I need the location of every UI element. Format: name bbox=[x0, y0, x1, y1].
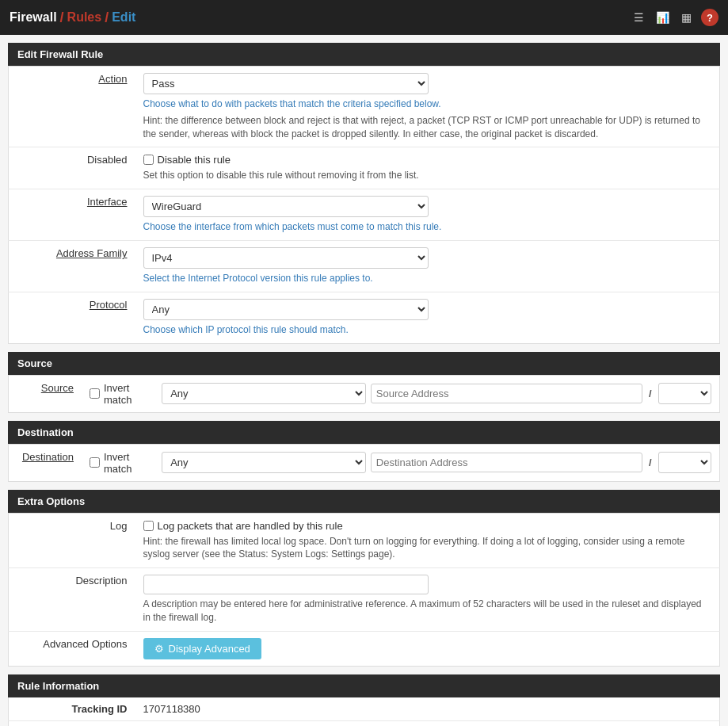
tracking-id-row: Tracking ID 1707118380 bbox=[9, 697, 720, 721]
log-checkbox[interactable] bbox=[143, 521, 154, 531]
rule-info-table: Tracking ID 1707118380 Created 2/5/24 07… bbox=[8, 697, 720, 726]
source-controls: Invert match Any / bbox=[90, 382, 711, 406]
protocol-label-text: Protocol bbox=[90, 299, 128, 311]
section-header-extra: Extra Options bbox=[8, 490, 720, 513]
section-header-rule-info: Rule Information bbox=[8, 674, 720, 697]
display-advanced-label: Display Advanced bbox=[169, 643, 250, 655]
destination-invert-checkbox[interactable] bbox=[90, 457, 100, 468]
description-row: Description A description may be entered… bbox=[9, 568, 720, 632]
destination-controls: Invert match Any / bbox=[90, 451, 711, 475]
source-label: Source bbox=[9, 375, 82, 412]
page-content: Edit Firewall Rule Action Pass Block Rej… bbox=[0, 35, 728, 726]
created-row: Created 2/5/24 07:33:00 by admin@192.168… bbox=[9, 720, 720, 726]
disabled-checkbox-text: Disable this rule bbox=[158, 154, 231, 166]
extra-options-form-table: Log Log packets that are handled by this… bbox=[8, 513, 720, 667]
display-advanced-button[interactable]: Display Advanced bbox=[143, 638, 261, 659]
disabled-help: Set this option to disable this rule wit… bbox=[143, 169, 712, 182]
action-label: Action bbox=[9, 67, 135, 147]
source-slash: / bbox=[647, 388, 654, 399]
source-form-table: Source Invert match Any / bbox=[8, 375, 720, 413]
description-label: Description bbox=[9, 568, 135, 632]
gear-icon bbox=[154, 643, 164, 655]
disabled-checkbox[interactable] bbox=[143, 155, 154, 165]
created-value: 2/5/24 07:33:00 by admin@192.168.20.68 (… bbox=[135, 720, 720, 726]
destination-type-select[interactable]: Any bbox=[162, 452, 366, 473]
protocol-label: Protocol bbox=[9, 292, 135, 343]
log-hint: Hint: the firewall has limited local log… bbox=[143, 535, 712, 562]
destination-address-input[interactable] bbox=[371, 453, 642, 472]
created-label: Created bbox=[9, 720, 135, 726]
description-value-cell: A description may be entered here for ad… bbox=[135, 568, 720, 632]
tracking-id-label: Tracking ID bbox=[9, 697, 135, 721]
address-family-label-text: Address Family bbox=[56, 247, 128, 259]
advanced-options-value-cell: Display Advanced bbox=[135, 631, 720, 666]
description-help: A description may be entered here for ad… bbox=[143, 598, 712, 625]
action-row: Action Pass Block Reject Choose what to … bbox=[9, 67, 720, 147]
log-checkbox-text: Log packets that are handled by this rul… bbox=[158, 520, 343, 532]
source-type-select[interactable]: Any bbox=[162, 383, 366, 404]
source-cidr-select[interactable] bbox=[658, 383, 711, 404]
destination-value-cell: Invert match Any / bbox=[82, 444, 720, 481]
interface-label-text: Interface bbox=[87, 196, 128, 208]
table-icon[interactable]: ▦ bbox=[677, 9, 695, 26]
action-value-cell: Pass Block Reject Choose what to do with… bbox=[135, 67, 720, 147]
advanced-options-label: Advanced Options bbox=[9, 631, 135, 666]
destination-invert-text: Invert match bbox=[104, 451, 157, 475]
log-label: Log bbox=[9, 513, 135, 568]
help-icon[interactable]: ? bbox=[701, 9, 718, 26]
destination-invert-label[interactable]: Invert match bbox=[90, 451, 157, 475]
header-icons: ☰ 📊 ▦ ? bbox=[630, 9, 718, 26]
section-header-source: Source bbox=[8, 352, 720, 375]
source-label-text: Source bbox=[41, 382, 74, 394]
address-family-label: Address Family bbox=[9, 240, 135, 292]
address-family-help: Select the Internet Protocol version thi… bbox=[143, 272, 712, 285]
disabled-label: Disabled bbox=[9, 147, 135, 189]
log-value-cell: Log packets that are handled by this rul… bbox=[135, 513, 720, 568]
breadcrumb-edit: Edit bbox=[112, 10, 135, 25]
source-value-cell: Invert match Any / bbox=[82, 375, 720, 412]
breadcrumb-sep2: / bbox=[105, 10, 109, 26]
tracking-id-value: 1707118380 bbox=[135, 697, 720, 721]
address-family-value-cell: IPv4 IPv6 IPv4+IPv6 Select the Internet … bbox=[135, 240, 720, 292]
destination-cidr-select[interactable] bbox=[658, 452, 711, 473]
destination-form-table: Destination Invert match Any / bbox=[8, 444, 720, 482]
advanced-options-row: Advanced Options Display Advanced bbox=[9, 631, 720, 666]
log-checkbox-label[interactable]: Log packets that are handled by this rul… bbox=[143, 520, 712, 532]
main-form-table: Action Pass Block Reject Choose what to … bbox=[8, 66, 720, 344]
address-family-select[interactable]: IPv4 IPv6 IPv4+IPv6 bbox=[143, 247, 429, 269]
breadcrumb-rules[interactable]: Rules bbox=[67, 10, 102, 25]
action-help1: Choose what to do with packets that matc… bbox=[143, 97, 712, 111]
source-address-input[interactable] bbox=[371, 384, 642, 403]
chart-icon[interactable]: 📊 bbox=[654, 9, 671, 26]
list-icon[interactable]: ☰ bbox=[630, 9, 647, 26]
section-header-edit: Edit Firewall Rule bbox=[8, 43, 720, 66]
destination-label: Destination bbox=[9, 444, 82, 481]
source-invert-label[interactable]: Invert match bbox=[90, 382, 157, 406]
interface-help: Choose the interface from which packets … bbox=[143, 220, 712, 234]
log-row: Log Log packets that are handled by this… bbox=[9, 513, 720, 568]
protocol-row: Protocol Any TCP UDP TCP/UDP ICMP Choose… bbox=[9, 292, 720, 343]
interface-row: Interface WireGuard Choose the interface… bbox=[9, 189, 720, 241]
description-input[interactable] bbox=[143, 575, 429, 594]
protocol-select[interactable]: Any TCP UDP TCP/UDP ICMP bbox=[143, 299, 429, 320]
action-select[interactable]: Pass Block Reject bbox=[143, 73, 429, 94]
disabled-checkbox-label[interactable]: Disable this rule bbox=[143, 154, 712, 166]
address-family-row: Address Family IPv4 IPv6 IPv4+IPv6 Selec… bbox=[9, 240, 720, 292]
interface-value-cell: WireGuard Choose the interface from whic… bbox=[135, 189, 720, 241]
destination-slash: / bbox=[647, 457, 654, 468]
source-invert-text: Invert match bbox=[104, 382, 157, 406]
breadcrumb-firewall[interactable]: Firewall bbox=[10, 10, 57, 25]
breadcrumb-sep1: / bbox=[60, 10, 64, 26]
interface-label: Interface bbox=[9, 189, 135, 241]
disabled-value-cell: Disable this rule Set this option to dis… bbox=[135, 147, 720, 189]
protocol-value-cell: Any TCP UDP TCP/UDP ICMP Choose which IP… bbox=[135, 292, 720, 343]
source-invert-checkbox[interactable] bbox=[90, 388, 100, 399]
interface-select[interactable]: WireGuard bbox=[143, 196, 429, 217]
breadcrumb: Firewall / Rules / Edit bbox=[10, 10, 135, 26]
disabled-row: Disabled Disable this rule Set this opti… bbox=[9, 147, 720, 189]
destination-label-text: Destination bbox=[22, 451, 74, 463]
source-row: Source Invert match Any / bbox=[9, 375, 720, 412]
action-label-text: Action bbox=[98, 73, 127, 85]
destination-row: Destination Invert match Any / bbox=[9, 444, 720, 481]
top-header: Firewall / Rules / Edit ☰ 📊 ▦ ? bbox=[0, 0, 728, 35]
